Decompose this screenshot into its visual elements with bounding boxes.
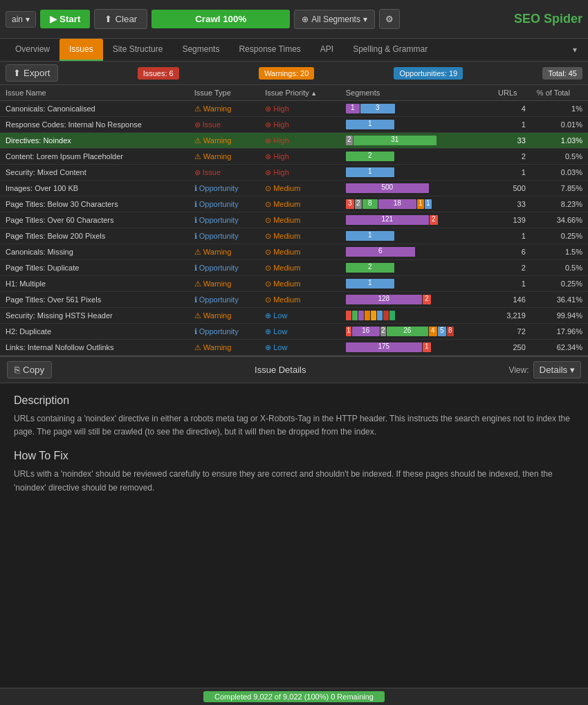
col-urls[interactable]: URLs: [493, 85, 531, 101]
cell-segments: 1: [340, 276, 493, 292]
tab-overview[interactable]: Overview: [6, 39, 59, 61]
table-row[interactable]: Page Titles: Over 60 Characters ℹ Opport…: [0, 212, 588, 228]
start-button[interactable]: ▶ Start: [40, 10, 90, 28]
cell-segments: 1: [340, 165, 493, 181]
cell-issue-type: ⚠ Warning: [189, 340, 259, 356]
tab-spelling-grammar[interactable]: Spelling & Grammar: [343, 39, 437, 61]
details-content: Description URLs containing a 'noindex' …: [0, 383, 588, 517]
table-row[interactable]: Response Codes: Internal No Response ⊗ I…: [0, 117, 588, 133]
cell-percent: 1.03%: [531, 133, 588, 149]
badge-total[interactable]: Total: 45: [542, 67, 582, 80]
table-row[interactable]: Images: Over 100 KB ℹ Opportunity ⊙ Medi…: [0, 181, 588, 196]
table-row[interactable]: Links: Internal Nofollow Outlinks ⚠ Warn…: [0, 340, 588, 356]
tab-api[interactable]: API: [311, 39, 343, 61]
col-issue-name[interactable]: Issue Name: [0, 85, 189, 101]
cell-urls: 139: [493, 212, 531, 228]
details-header: ⎘ Copy Issue Details View: Details ▾: [0, 357, 588, 383]
cell-segments: 1282: [340, 292, 493, 308]
badge-warnings[interactable]: Warnings: 20: [259, 67, 314, 80]
view-dropdown[interactable]: Details ▾: [533, 361, 581, 378]
cell-percent: 0.25%: [531, 228, 588, 244]
cell-segments: 1212: [340, 212, 493, 228]
cell-issue-name: Directives: Noindex: [0, 133, 189, 149]
badge-opportunities[interactable]: Opportunities: 19: [394, 67, 463, 80]
clear-button[interactable]: ⬆ Clear: [94, 9, 147, 29]
table-row[interactable]: Canonicals: Canonicalised ⚠ Warning ⊗ Hi…: [0, 101, 588, 117]
cell-percent: 0.5%: [531, 149, 588, 165]
export-button[interactable]: ⬆ Export: [6, 64, 58, 82]
col-segments[interactable]: Segments: [340, 85, 493, 101]
how-to-fix-text: URLs with a 'noindex' should be reviewed…: [14, 468, 574, 494]
cell-segments: 2: [340, 260, 493, 276]
cell-issue-name: Canonicals: Canonicalised: [0, 101, 189, 117]
cell-issue-priority: ⊕ Low: [259, 340, 340, 356]
cell-issue-name: Security: Missing HSTS Header: [0, 308, 189, 324]
cell-issue-priority: ⊙ Medium: [259, 292, 340, 308]
badge-issues[interactable]: Issues: 6: [138, 67, 179, 80]
cell-percent: 1%: [531, 101, 588, 117]
cell-issue-priority: ⊗ High: [259, 165, 340, 181]
col-issue-type[interactable]: Issue Type: [189, 85, 259, 101]
status-progress-text: Completed 9,022 of 9,022 (100%) 0 Remain…: [203, 691, 385, 702]
col-percent[interactable]: % of Total: [531, 85, 588, 101]
cell-issue-priority: ⊙ Medium: [259, 196, 340, 212]
segment-selector[interactable]: ⊕ All Segments ▾: [294, 10, 375, 29]
cell-urls: 33: [493, 133, 531, 149]
upload-icon: ⬆: [104, 14, 112, 24]
table-row[interactable]: Content: Lorem Ipsum Placeholder ⚠ Warni…: [0, 149, 588, 165]
cell-issue-type: ⊗ Issue: [189, 117, 259, 133]
table-row[interactable]: Page Titles: Duplicate ℹ Opportunity ⊙ M…: [0, 260, 588, 276]
cell-issue-name: Images: Over 100 KB: [0, 181, 189, 196]
how-to-fix-heading: How To Fix: [14, 450, 574, 462]
cell-issue-type: ℹ Opportunity: [189, 260, 259, 276]
cell-segments: 13: [340, 101, 493, 117]
crawl-progress-button[interactable]: Crawl 100%: [151, 10, 290, 28]
table-row[interactable]: Security: Mixed Content ⊗ Issue ⊗ High 1…: [0, 165, 588, 181]
cell-issue-name: Page Titles: Below 200 Pixels: [0, 228, 189, 244]
cell-percent: 0.5%: [531, 260, 588, 276]
table-row[interactable]: Canonicals: Missing ⚠ Warning ⊙ Medium 6…: [0, 244, 588, 260]
cell-segments: 1: [340, 228, 493, 244]
cell-issue-type: ℹ Opportunity: [189, 292, 259, 308]
tab-site-structure[interactable]: Site Structure: [103, 39, 173, 61]
nav-expand-icon[interactable]: ▾: [567, 39, 582, 60]
cell-issue-type: ⚠ Warning: [189, 101, 259, 117]
table-row[interactable]: H2: Duplicate ℹ Opportunity ⊕ Low 116226…: [0, 324, 588, 340]
tab-response-times[interactable]: Response Times: [229, 39, 310, 61]
table-row[interactable]: Page Titles: Over 561 Pixels ℹ Opportuni…: [0, 292, 588, 308]
table-row[interactable]: H1: Multiple ⚠ Warning ⊙ Medium 1 1 0.25…: [0, 276, 588, 292]
status-bar: Completed 9,022 of 9,022 (100%) 0 Remain…: [0, 688, 588, 705]
cell-percent: 99.94%: [531, 308, 588, 324]
table-row[interactable]: Directives: Noindex ⚠ Warning ⊗ High 231…: [0, 133, 588, 149]
chevron-down-icon: ▾: [363, 15, 367, 24]
tab-issues[interactable]: Issues: [59, 39, 103, 61]
chevron-down-icon: ▾: [26, 15, 30, 24]
cell-segments: 2: [340, 149, 493, 165]
cell-issue-priority: ⊙ Medium: [259, 260, 340, 276]
copy-button[interactable]: ⎘ Copy: [7, 361, 52, 378]
cell-issue-name: H1: Multiple: [0, 276, 189, 292]
cell-issue-type: ⚠ Warning: [189, 133, 259, 149]
cell-issue-type: ℹ Opportunity: [189, 212, 259, 228]
cell-issue-priority: ⊙ Medium: [259, 228, 340, 244]
settings-button[interactable]: ⚙: [379, 9, 400, 29]
cell-percent: 8.23%: [531, 196, 588, 212]
view-label: View:: [508, 365, 529, 375]
cell-issue-name: Content: Lorem Ipsum Placeholder: [0, 149, 189, 165]
cell-issue-name: Security: Mixed Content: [0, 165, 189, 181]
cell-issue-name: Page Titles: Below 30 Characters: [0, 196, 189, 212]
cell-issue-name: Response Codes: Internal No Response: [0, 117, 189, 133]
table-row[interactable]: Page Titles: Below 200 Pixels ℹ Opportun…: [0, 228, 588, 244]
details-panel-title: Issue Details: [52, 365, 508, 375]
cell-segments: 231: [340, 133, 493, 149]
cell-urls: 1: [493, 276, 531, 292]
tab-segments[interactable]: Segments: [172, 39, 229, 61]
table-row[interactable]: Page Titles: Below 30 Characters ℹ Oppor…: [0, 196, 588, 212]
cell-segments: 500: [340, 181, 493, 196]
export-icon: ⬆: [13, 68, 21, 78]
domain-selector[interactable]: ain ▾: [6, 11, 36, 28]
table-row[interactable]: Security: Missing HSTS Header ⚠ Warning …: [0, 308, 588, 324]
cell-issue-priority: ⊗ High: [259, 117, 340, 133]
col-issue-priority[interactable]: Issue Priority: [259, 85, 340, 101]
cell-segments: 1751: [340, 340, 493, 356]
